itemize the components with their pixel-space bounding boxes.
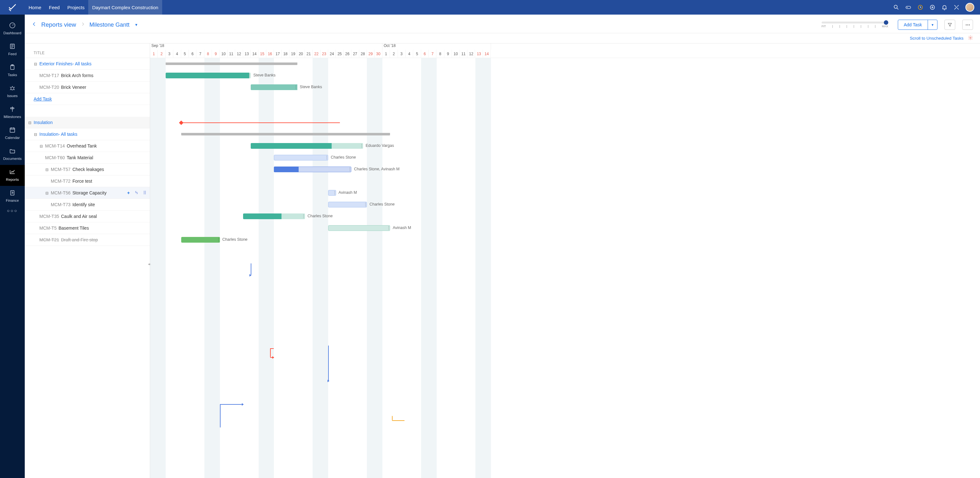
- collapse-toggle[interactable]: ⊟: [33, 132, 37, 137]
- task-row[interactable]: Add Task: [25, 93, 150, 105]
- task-row[interactable]: [25, 105, 150, 117]
- gauge-icon: [9, 22, 16, 29]
- folder-icon: [9, 147, 16, 155]
- zoom-slider[interactable]: FIT ||||||| MAX: [822, 22, 888, 28]
- nav-home[interactable]: Home: [25, 0, 45, 14]
- assignee-label: Avinash M: [393, 226, 411, 230]
- rail-tasks[interactable]: Tasks: [0, 60, 25, 81]
- nav-project-active[interactable]: Daymart Complex Construction: [88, 0, 162, 14]
- nav-projects[interactable]: Projects: [64, 0, 88, 14]
- rail-label: Dashboard: [3, 31, 21, 35]
- gantt-bar[interactable]: [181, 133, 390, 135]
- bell-icon[interactable]: [941, 4, 948, 11]
- collapse-toggle[interactable]: ⊟: [45, 167, 49, 172]
- collapse-toggle[interactable]: ⊟: [33, 62, 37, 66]
- gamepad-icon[interactable]: [905, 4, 912, 11]
- add-task-inline[interactable]: Add Task: [33, 97, 52, 102]
- add-icon[interactable]: [929, 4, 935, 11]
- task-row[interactable]: ⊟Insulation- All tasks: [25, 129, 150, 140]
- assignee-label: Charles Stone, Avinash M: [354, 167, 399, 171]
- task-row[interactable]: MCM-T72Force test: [25, 175, 150, 187]
- rail-calendar[interactable]: Calendar: [0, 123, 25, 144]
- task-row[interactable]: ⊟MCM-T14Overhead Tank: [25, 140, 150, 152]
- task-title: Draft and Fire stop: [61, 237, 98, 242]
- filter-button[interactable]: [945, 20, 955, 30]
- task-row[interactable]: MCM-T17Brick Arch forms: [25, 70, 150, 81]
- more-button[interactable]: [962, 20, 973, 30]
- scroll-link-bar: Scroll to Unscheduled Tasks: [25, 33, 980, 43]
- nav-feed[interactable]: Feed: [45, 0, 64, 14]
- add-task-button[interactable]: Add Task ▼: [898, 20, 937, 30]
- zoom-thumb[interactable]: [884, 20, 888, 25]
- gantt-bar[interactable]: Eduardo Vargas: [251, 143, 363, 149]
- rail-milestones[interactable]: Milestones: [0, 102, 25, 123]
- assignee-label: Charles Stone: [307, 214, 332, 218]
- scroll-unscheduled-link[interactable]: Scroll to Unscheduled Tasks: [910, 36, 964, 41]
- task-row[interactable]: MCM-T73Identify site: [25, 199, 150, 211]
- gantt-bar[interactable]: Charles Stone: [243, 213, 305, 219]
- rail-label: Calendar: [5, 136, 20, 140]
- receipt-icon: [9, 189, 16, 197]
- task-row[interactable]: ⊟MCM-T56Storage Capacity+⠿: [25, 187, 150, 199]
- rail-dashboard[interactable]: Dashboard: [0, 18, 25, 39]
- add-task-caret[interactable]: ▼: [928, 20, 937, 30]
- chevron-right-icon: [81, 22, 85, 28]
- zoom-max-label: MAX: [882, 25, 888, 28]
- task-row[interactable]: ⊟MCM-T57Check leakages: [25, 164, 150, 175]
- task-row[interactable]: MCM-T20Brick Veneer: [25, 81, 150, 93]
- task-row[interactable]: MCM-T21Draft and Fire stop: [25, 234, 150, 246]
- rail-finance[interactable]: Finance: [0, 186, 25, 207]
- app-logo[interactable]: [0, 3, 25, 12]
- breadcrumb-reports[interactable]: Reports view: [41, 21, 76, 28]
- gantt-bar[interactable]: Charles Stone, Avinash M: [274, 167, 351, 172]
- tools-icon[interactable]: [953, 4, 960, 11]
- gantt-view: TITLE ⊟Exterior Finishes- All tasksMCM-T…: [25, 43, 980, 478]
- signpost-icon: [9, 105, 16, 113]
- gantt-bar[interactable]: [165, 62, 298, 65]
- clock-alert-icon[interactable]: [917, 4, 924, 11]
- plus-icon[interactable]: +: [127, 190, 130, 196]
- collapse-toggle[interactable]: ⊟: [45, 191, 49, 195]
- gantt-bar[interactable]: Avinash M: [328, 225, 390, 231]
- task-title: Brick Arch forms: [61, 73, 93, 78]
- calendar-icon: [9, 126, 16, 134]
- link-icon[interactable]: [134, 190, 139, 196]
- task-code: MCM-T17: [39, 73, 59, 78]
- gantt-bar[interactable]: Steve Banks: [251, 84, 297, 90]
- task-row[interactable]: ⊟Insulation: [25, 117, 150, 129]
- task-row[interactable]: MCM-T5Basement Tiles: [25, 222, 150, 234]
- drag-handle-icon[interactable]: ⠿: [143, 190, 146, 196]
- avatar[interactable]: [966, 3, 974, 12]
- gantt-bar[interactable]: Charles Stone: [181, 237, 220, 243]
- rail-issues[interactable]: Issues: [0, 81, 25, 102]
- task-row[interactable]: ⊟Exterior Finishes- All tasks: [25, 58, 150, 70]
- rail-feed[interactable]: Feed: [0, 39, 25, 60]
- left-rail: Dashboard Feed Tasks Issues Milestones C…: [0, 14, 25, 478]
- view-dropdown[interactable]: Milestone Gantt ▼: [89, 22, 138, 28]
- gantt-bar[interactable]: Avinash M: [328, 190, 336, 196]
- collapse-toggle[interactable]: ⊟: [39, 144, 43, 148]
- caret-down-icon: ▼: [135, 23, 138, 27]
- task-title: Check leakages: [72, 167, 104, 172]
- back-arrow-icon[interactable]: [32, 22, 37, 28]
- search-icon[interactable]: [893, 4, 899, 11]
- rail-label: Tasks: [8, 73, 17, 77]
- svg-point-11: [970, 37, 971, 38]
- rail-more[interactable]: ○○○: [7, 208, 18, 213]
- settings-gear-icon[interactable]: [968, 35, 973, 41]
- rail-label: Documents: [3, 157, 22, 160]
- gantt-chart[interactable]: Sep '18Oct '18 1234567891011121314151617…: [150, 43, 980, 478]
- task-row[interactable]: MCM-T35Caulk and Air seal: [25, 211, 150, 222]
- rail-documents[interactable]: Documents: [0, 144, 25, 165]
- gantt-bar[interactable]: Charles Stone: [328, 202, 367, 208]
- assignee-label: Charles Stone: [223, 237, 248, 242]
- rail-reports[interactable]: Reports: [0, 165, 25, 186]
- task-code: MCM-T5: [39, 226, 56, 230]
- task-code: MCM-T60: [45, 155, 65, 160]
- task-row[interactable]: MCM-T60Tank Material: [25, 152, 150, 164]
- clipboard-icon: [9, 64, 16, 71]
- add-task-label: Add Task: [898, 20, 928, 30]
- gantt-bar[interactable]: Steve Banks: [165, 73, 251, 78]
- gantt-bar[interactable]: Charles Stone: [274, 155, 328, 160]
- collapse-toggle[interactable]: ⊟: [28, 121, 32, 125]
